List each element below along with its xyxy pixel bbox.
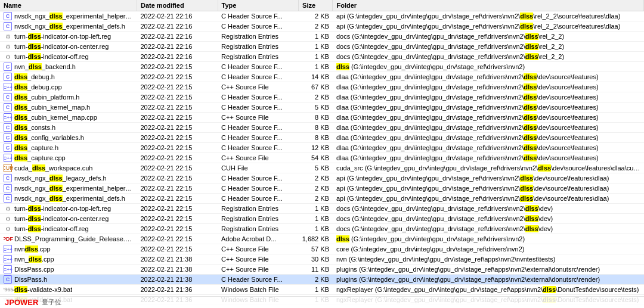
- folder-path: docs (G:\integdev_gpu_drv\integ\gpu_drv\…: [336, 43, 640, 50]
- col-header-date[interactable]: Date modified: [137, 0, 218, 11]
- folder-path: dlaa (G:\integdev_gpu_drv\integ\gpu_drv\…: [336, 154, 640, 161]
- file-size-cell: 1 KB: [299, 52, 333, 62]
- table-row[interactable]: Cnvsdk_ngx_dlss_legacy_defs.h2022-02-21 …: [0, 173, 644, 183]
- file-explorer-container[interactable]: Name Date modified Type Size Folder Cnvs…: [0, 0, 644, 308]
- table-row[interactable]: Cdlss_cubin_platform.h2022-02-21 22:15C …: [0, 92, 644, 102]
- folder-path: ngxReplayer (G:\integdev_gpu_drv\integ\g…: [336, 286, 640, 293]
- folder-path: dlaa (G:\integdev_gpu_drv\integ\gpu_drv\…: [336, 144, 640, 151]
- file-size-cell: 8 KB: [299, 133, 333, 143]
- col-header-name[interactable]: Name: [0, 0, 137, 11]
- file-size-cell: 57 KB: [299, 244, 333, 254]
- file-date-cell: 2022-02-21 22:15: [137, 102, 218, 113]
- file-size-cell: 8 KB: [299, 113, 333, 123]
- file-name-text: dlss_consts.h: [14, 124, 55, 131]
- table-row[interactable]: ⚙turn-dlss-indicator-off.reg2022-02-21 2…: [0, 52, 644, 62]
- file-name-text: nvsdk_ngx_dlss_experimental_helpers.h: [14, 13, 133, 20]
- watermark-zh: 量子位: [42, 298, 61, 307]
- file-date-cell: 2022-02-21 22:15: [137, 244, 218, 254]
- file-name-cell: CDlssPass.h: [0, 275, 137, 285]
- table-row[interactable]: CUHcuda_dlss_workspace.cuh2022-02-21 22:…: [0, 163, 644, 173]
- folder-path: dlaa (G:\integdev_gpu_drv\integ\gpu_drv\…: [336, 104, 640, 111]
- table-row[interactable]: Cnvsdk_ngx_dlss_experimental_helpers.h20…: [0, 183, 644, 194]
- table-row[interactable]: ⚙turn-dlss-indicator-off.reg2022-02-21 2…: [0, 224, 644, 234]
- file-type-cell: C Header Source F...: [218, 102, 299, 113]
- file-date-cell: 2022-02-21 22:15: [137, 224, 218, 234]
- table-row[interactable]: Cdlss_cubin_kernel_map.h2022-02-21 22:15…: [0, 102, 644, 113]
- table-row[interactable]: ⚙turn-dlss-indicator-on-center.reg2022-0…: [0, 42, 644, 52]
- table-row[interactable]: C++nvn_dlss.cpp2022-02-21 21:38C++ Sourc…: [0, 254, 644, 265]
- file-name-text: turn-dlss-indicator-off.reg: [14, 53, 89, 60]
- table-row[interactable]: Cnvn_dlss_backend.h2022-02-21 22:15C Hea…: [0, 62, 644, 72]
- table-row[interactable]: C++dlss_cubin_kernel_map.cpp2022-02-21 2…: [0, 113, 644, 123]
- folder-path: api (G:\integdev_gpu_drv\integ\gpu_drv\s…: [336, 185, 640, 192]
- folder-path: dlaa (G:\integdev_gpu_drv\integ\gpu_drv\…: [336, 73, 640, 80]
- reg-file-icon: ⚙: [4, 32, 12, 41]
- file-name-text: dlss_cubin_kernel_map.h: [14, 104, 90, 111]
- file-name-cell: C++DlssPass.cpp: [0, 265, 137, 275]
- file-date-cell: 2022-02-21 22:15: [137, 72, 218, 82]
- file-folder-cell: ngxReplayer (G:\integdev_gpu_drv\integ\g…: [333, 285, 644, 295]
- file-name-cell: Cnvsdk_ngx_dlss_experimental_helpers.h: [0, 183, 137, 194]
- table-row[interactable]: Cdlss_debug.h2022-02-21 22:15C Header So…: [0, 72, 644, 82]
- file-date-cell: 2022-02-21 22:16: [137, 42, 218, 52]
- file-name-text: dlss_cubin_kernel_map.cpp: [14, 114, 97, 121]
- file-date-cell: 2022-02-21 22:15: [137, 194, 218, 204]
- table-row[interactable]: ⚙turn-dlss-indicator-on-center.reg2022-0…: [0, 214, 644, 224]
- cpp-file-icon: C++: [4, 154, 12, 162]
- file-date-cell: 2022-02-21 22:15: [137, 133, 218, 143]
- file-name-cell: ⚙turn-dlss-indicator-on-top-left.reg: [0, 32, 137, 42]
- table-row[interactable]: &#9654;dlss-validate-x9.bat2022-02-21 21…: [0, 285, 644, 295]
- table-row[interactable]: ⚙turn-dlss-indicator-on-top-left.reg2022…: [0, 204, 644, 214]
- file-name-cell: C++nvndlss.cpp: [0, 244, 137, 254]
- file-folder-cell: plugins (G:\integdev_gpu_drv\integ\gpu_d…: [333, 275, 644, 285]
- c-header-icon: C: [4, 63, 12, 71]
- c-header-icon: C: [4, 275, 12, 284]
- file-size-cell: 2 KB: [299, 275, 333, 285]
- file-name-cell: Cdlss_consts.h: [0, 123, 137, 133]
- table-row[interactable]: Cdlss_capture.h2022-02-21 22:15C Header …: [0, 143, 644, 153]
- c-header-icon: C: [4, 93, 12, 101]
- table-row[interactable]: Cnvsdk_ngx_dlss_experimental_defs.h2022-…: [0, 21, 644, 32]
- cuh-file-icon: CUH: [4, 164, 12, 172]
- c-header-icon: C: [4, 12, 12, 20]
- table-row[interactable]: C++dlss_debug.cpp2022-02-21 22:15C++ Sou…: [0, 82, 644, 92]
- folder-path: docs (G:\integdev_gpu_drv\integ\gpu_drv\…: [336, 215, 640, 222]
- file-folder-cell: dlss (G:\integdev_gpu_drv\integ\gpu_drv\…: [333, 62, 644, 72]
- file-name-text: dlss_debug.cpp: [14, 83, 62, 91]
- file-folder-cell: api (G:\integdev_gpu_drv\integ\gpu_drv\s…: [333, 11, 644, 21]
- table-row[interactable]: CDlssPass.h2022-02-21 21:38C Header Sour…: [0, 275, 644, 285]
- file-name-text: DLSS_Programming_Guide_Release.pdf: [14, 235, 133, 242]
- file-name-text: cuda_dlss_workspace.cuh: [14, 164, 93, 172]
- col-header-size[interactable]: Size: [299, 0, 333, 11]
- file-table: Name Date modified Type Size Folder Cnvs…: [0, 0, 644, 305]
- file-type-cell: Registration Entries: [218, 214, 299, 224]
- file-type-cell: C Header Source F...: [218, 143, 299, 153]
- table-row[interactable]: Cdlss_consts.h2022-02-21 22:15C Header S…: [0, 123, 644, 133]
- table-row[interactable]: C++DlssPass.cpp2022-02-21 21:38C++ Sourc…: [0, 265, 644, 275]
- file-folder-cell: nvn (G:\integdev_gpu_drv\integ\gpu_drv\s…: [333, 254, 644, 265]
- file-type-cell: C++ Source File: [218, 244, 299, 254]
- table-row[interactable]: Cnvsdk_ngx_dlss_experimental_helpers.h20…: [0, 11, 644, 21]
- file-name-cell: ⚙turn-dlss-indicator-on-top-left.reg: [0, 204, 137, 214]
- table-row[interactable]: Cdlss_config_variables.h2022-02-21 22:15…: [0, 133, 644, 143]
- file-size-cell: 2 KB: [299, 11, 333, 21]
- col-header-folder[interactable]: Folder: [333, 0, 644, 11]
- file-date-cell: 2022-02-21 22:15: [137, 214, 218, 224]
- table-row[interactable]: Cnvsdk_ngx_dlss_experimental_defs.h2022-…: [0, 194, 644, 204]
- file-type-cell: C Header Source F...: [218, 11, 299, 21]
- table-row[interactable]: ⚙turn-dlss-indicator-on-top-left.reg2022…: [0, 32, 644, 42]
- file-name-text: nvsdk_ngx_dlss_experimental_defs.h: [14, 23, 125, 30]
- file-type-cell: C Header Source F...: [218, 62, 299, 72]
- file-size-cell: 14 KB: [299, 72, 333, 82]
- table-row[interactable]: PDFDLSS_Programming_Guide_Release.pdf202…: [0, 234, 644, 244]
- file-date-cell: 2022-02-21 22:16: [137, 21, 218, 32]
- table-row[interactable]: C++nvndlss.cpp2022-02-21 22:15C++ Source…: [0, 244, 644, 254]
- file-type-cell: C Header Source F...: [218, 183, 299, 194]
- reg-file-icon: ⚙: [4, 225, 12, 233]
- col-header-type[interactable]: Type: [218, 0, 299, 11]
- file-name-cell: &#9654;dlss-validate-x9.bat: [0, 285, 137, 295]
- file-type-cell: Registration Entries: [218, 32, 299, 42]
- file-size-cell: 1 KB: [299, 214, 333, 224]
- file-size-cell: 1 KB: [299, 204, 333, 214]
- table-row[interactable]: C++dlss_capture.cpp2022-02-21 22:15C++ S…: [0, 153, 644, 163]
